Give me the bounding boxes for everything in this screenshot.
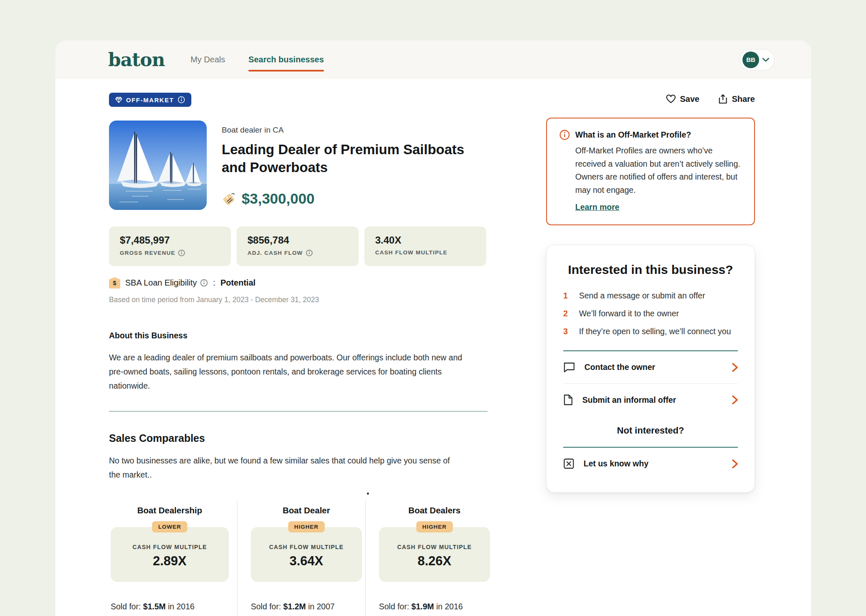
info-icon[interactable]: [200, 279, 208, 287]
tab-my-deals[interactable]: My Deals: [191, 55, 225, 64]
let-us-know-button[interactable]: Let us know why: [563, 448, 738, 480]
tab-search-businesses[interactable]: Search businesses: [248, 55, 324, 64]
info-icon[interactable]: [306, 249, 313, 256]
chat-bubble-icon: [563, 362, 575, 373]
offmarket-badge[interactable]: OFF-MARKET: [109, 93, 191, 107]
info-icon[interactable]: [178, 249, 185, 256]
step-item: 2 We’ll forward it to the owner: [563, 309, 738, 318]
comparables-intro: No two businesses are alike, but we foun…: [109, 453, 454, 482]
baton-logo[interactable]: baton: [108, 51, 165, 69]
comparison-badge: LOWER: [152, 521, 187, 532]
interested-heading: Interested in this business?: [563, 263, 738, 277]
learn-more-link[interactable]: Learn more: [575, 202, 619, 212]
main-panel: baton My Deals Search businesses BB OFF-…: [55, 40, 811, 616]
carousel-dot[interactable]: [367, 493, 369, 495]
chevron-right-icon: [732, 395, 738, 404]
section-divider: [109, 411, 487, 411]
dollar-badge-icon: $: [109, 277, 120, 288]
listing-title: Leading Dealer of Premium Sailboats and …: [222, 140, 488, 176]
step-item: 3 If they’re open to selling, we’ll conn…: [563, 327, 738, 336]
contact-owner-button[interactable]: Contact the owner: [563, 351, 738, 383]
gem-icon: [115, 97, 122, 103]
chevron-right-icon: [732, 363, 738, 372]
x-square-icon: [563, 458, 574, 469]
share-icon: [718, 94, 727, 104]
heart-icon: [666, 94, 676, 103]
stats-row: $7,485,997 GROSS REVENUE $856,784 ADJ. C…: [109, 227, 494, 266]
comparable-card: Boat Dealers HIGHER CASH FLOW MULTIPLE 8…: [365, 500, 493, 616]
submit-offer-button[interactable]: Submit an informal offer: [563, 383, 738, 416]
price-tag-icon: [222, 192, 236, 206]
interested-card: Interested in this business? 1 Send a me…: [546, 245, 755, 493]
comparable-card: Boat Dealership LOWER CASH FLOW MULTIPLE…: [109, 500, 237, 616]
listing-main: OFF-MARKET: [109, 79, 494, 616]
about-heading: About this Business: [109, 331, 494, 340]
comparables-heading: Sales Comparables: [109, 432, 494, 444]
stat-gross-revenue: $7,485,997 GROSS REVENUE: [109, 227, 231, 266]
sba-value: Potential: [220, 278, 255, 288]
avatar: BB: [742, 52, 759, 68]
listing-hero: Boat dealer in CA Leading Dealer of Prem…: [109, 121, 494, 210]
main-nav: My Deals Search businesses: [191, 55, 324, 64]
top-header: baton My Deals Search businesses BB: [55, 40, 811, 79]
asking-price: $3,300,000: [242, 190, 314, 207]
comparison-badge: HIGHER: [416, 521, 453, 532]
info-icon: [559, 130, 570, 140]
comparison-badge: HIGHER: [288, 521, 325, 532]
listing-actions: Save Share: [546, 94, 755, 104]
offmarket-info-body: Off-Market Profiles are owners who’ve re…: [575, 144, 742, 197]
chevron-right-icon: [732, 459, 738, 468]
listing-sidebar: Save Share What is an Off-Market Profile…: [546, 79, 755, 493]
offmarket-info-box: What is an Off-Market Profile? Off-Marke…: [546, 118, 755, 225]
listing-photo: [109, 121, 207, 210]
interested-steps: 1 Send a message or submit an offer 2 We…: [563, 291, 738, 336]
info-icon[interactable]: [178, 96, 185, 103]
save-button[interactable]: Save: [666, 94, 700, 104]
listing-category: Boat dealer in CA: [222, 126, 488, 135]
document-icon: [563, 394, 573, 406]
about-body: We are a leading dealer of premium sailb…: [109, 350, 477, 393]
chevron-down-icon: [762, 58, 769, 62]
offmarket-info-heading: What is an Off-Market Profile?: [575, 130, 691, 140]
comparable-card: Boat Dealer HIGHER CASH FLOW MULTIPLE 3.…: [237, 500, 365, 616]
time-period-note: Based on time period from January 1, 202…: [109, 296, 494, 304]
stat-cash-flow-multiple: 3.40X CASH FLOW MULTIPLE: [364, 227, 486, 266]
account-menu[interactable]: BB: [740, 49, 774, 71]
offmarket-badge-label: OFF-MARKET: [126, 96, 174, 103]
stat-adj-cash-flow: $856,784 ADJ. CASH FLOW: [237, 227, 359, 266]
not-interested-heading: Not interested?: [563, 425, 738, 436]
share-button[interactable]: Share: [718, 94, 755, 104]
comparables-row: Boat Dealership LOWER CASH FLOW MULTIPLE…: [109, 500, 494, 616]
sba-eligibility: $ SBA Loan Eligibility : Potential: [109, 277, 494, 288]
step-item: 1 Send a message or submit an offer: [563, 291, 738, 301]
